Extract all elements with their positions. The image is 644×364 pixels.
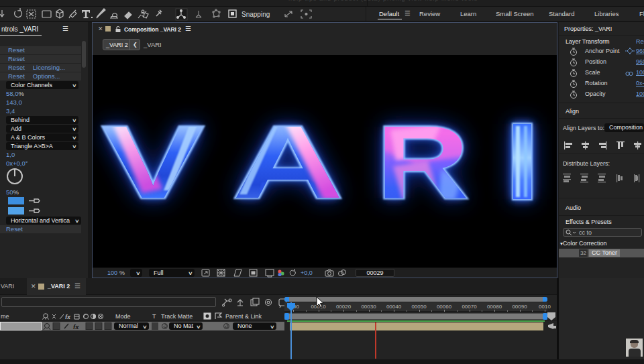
svg-text:A: A [232, 105, 343, 220]
svg-text:V: V [102, 105, 203, 220]
svg-text:fx: fx [65, 314, 71, 320]
svg-text:fx: fx [73, 323, 79, 330]
